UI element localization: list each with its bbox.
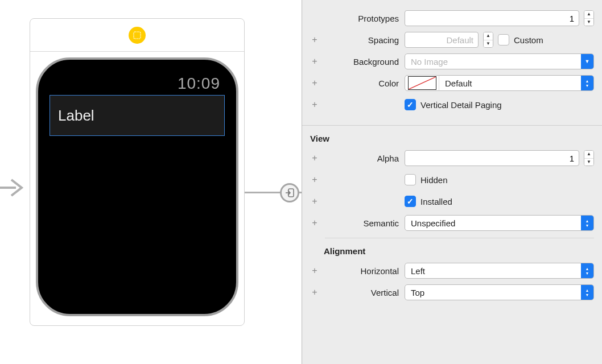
label-text: Label <box>58 107 94 125</box>
watch-body: 10:09 Label <box>30 52 244 325</box>
chevron-updown-icon: ▲▼ <box>581 263 593 278</box>
vertical-value: Top <box>411 288 581 297</box>
watch-face[interactable]: 10:09 Label <box>36 57 238 316</box>
spacing-stepper[interactable]: ▲ ▼ <box>483 32 493 48</box>
alignment-heading: Alignment <box>324 246 594 256</box>
horizontal-label: Horizontal <box>325 266 399 276</box>
background-value: No Image <box>411 57 581 67</box>
color-swatch-icon <box>408 76 436 90</box>
plus-icon[interactable]: + <box>310 35 319 44</box>
background-row: + Background No Image ▼ <box>310 52 594 71</box>
semantic-value: Unspecified <box>411 218 581 228</box>
watch-time: 10:09 <box>178 75 220 93</box>
plus-icon[interactable]: + <box>310 288 319 297</box>
vertical-label: Vertical <box>325 288 399 297</box>
installed-label: Installed <box>420 197 452 206</box>
custom-checkbox[interactable] <box>498 34 509 46</box>
spacing-input[interactable] <box>405 32 479 48</box>
background-select[interactable]: No Image ▼ <box>405 53 594 69</box>
color-row: + Color Default ▲▼ <box>310 74 594 92</box>
vertical-row: + Vertical Top ▲▼ <box>310 283 594 301</box>
horizontal-value: Left <box>411 266 581 276</box>
vertical-paging-label: Vertical Detail Paging <box>420 100 502 110</box>
prototypes-label: Prototypes <box>325 14 399 23</box>
divider <box>325 238 594 238</box>
plus-icon[interactable]: + <box>310 175 319 184</box>
prototypes-input[interactable] <box>405 10 579 26</box>
plus-icon[interactable]: + <box>310 57 319 66</box>
semantic-row: + Semantic Unspecified ▲▼ <box>310 214 594 232</box>
installed-row: + Installed <box>310 192 594 210</box>
prototypes-stepper[interactable]: ▲ ▼ <box>584 10 594 26</box>
stepper-up-icon[interactable]: ▲ <box>584 11 593 19</box>
segue-arrow-icon <box>0 176 26 199</box>
horizontal-row: + Horizontal Left ▲▼ <box>310 262 594 280</box>
vertical-paging-checkbox[interactable] <box>405 99 416 110</box>
plus-icon[interactable]: + <box>310 100 319 109</box>
stepper-down-icon[interactable]: ▼ <box>584 19 593 26</box>
stepper-down-icon[interactable]: ▼ <box>584 159 593 166</box>
installed-checkbox[interactable] <box>405 196 416 207</box>
vertical-select[interactable]: Top ▲▼ <box>405 284 594 300</box>
watch-scene[interactable]: 10:09 Label <box>30 18 245 326</box>
plus-icon[interactable]: + <box>310 218 319 228</box>
alpha-input[interactable] <box>405 150 579 166</box>
alpha-row: + Alpha ▲ ▼ <box>310 149 594 167</box>
chevron-updown-icon: ▲▼ <box>581 76 593 90</box>
chevron-updown-icon: ▲▼ <box>581 285 593 300</box>
exit-socket-icon[interactable] <box>280 183 299 202</box>
scene-titlebar <box>30 19 244 52</box>
table-section: + Prototypes ▲ ▼ + Spacing ▲ ▼ Custom <box>302 0 602 126</box>
stepper-up-icon[interactable]: ▲ <box>484 32 493 40</box>
svg-rect-1 <box>134 32 141 39</box>
canvas[interactable]: 10:09 Label <box>0 0 302 364</box>
plus-icon[interactable]: + <box>310 154 319 163</box>
hidden-row: + Hidden <box>310 171 594 189</box>
stepper-down-icon[interactable]: ▼ <box>484 40 493 48</box>
background-label: Background <box>325 57 399 67</box>
view-section: View + Alpha ▲ ▼ + Hidden + <box>302 126 602 313</box>
stepper-up-icon[interactable]: ▲ <box>584 151 593 159</box>
chevron-updown-icon: ▲▼ <box>581 216 593 230</box>
svg-line-3 <box>409 77 436 89</box>
custom-label: Custom <box>514 35 543 45</box>
prototypes-row: + Prototypes ▲ ▼ <box>310 9 594 27</box>
horizontal-select[interactable]: Left ▲▼ <box>405 263 594 279</box>
color-value: Default <box>439 78 581 88</box>
plus-icon[interactable]: + <box>310 197 319 206</box>
view-heading: View <box>310 134 594 143</box>
vertical-paging-row: + Vertical Detail Paging <box>310 96 594 114</box>
semantic-label: Semantic <box>325 218 399 228</box>
hidden-checkbox[interactable] <box>405 174 416 185</box>
chevron-down-icon: ▼ <box>581 54 593 69</box>
label-element[interactable]: Label <box>50 95 225 136</box>
plus-icon[interactable]: + <box>310 266 319 275</box>
spacing-row: + Spacing ▲ ▼ Custom <box>310 31 594 49</box>
plus-icon[interactable]: + <box>310 78 319 88</box>
alpha-label: Alpha <box>325 154 399 163</box>
spacing-label: Spacing <box>325 35 399 45</box>
semantic-select[interactable]: Unspecified ▲▼ <box>405 215 594 231</box>
hidden-label: Hidden <box>420 175 448 185</box>
alpha-stepper[interactable]: ▲ ▼ <box>584 150 594 166</box>
color-select[interactable]: Default ▲▼ <box>405 75 594 91</box>
interface-controller-icon <box>129 27 146 44</box>
color-label: Color <box>325 78 399 88</box>
inspector-panel: + Prototypes ▲ ▼ + Spacing ▲ ▼ Custom <box>302 0 602 364</box>
